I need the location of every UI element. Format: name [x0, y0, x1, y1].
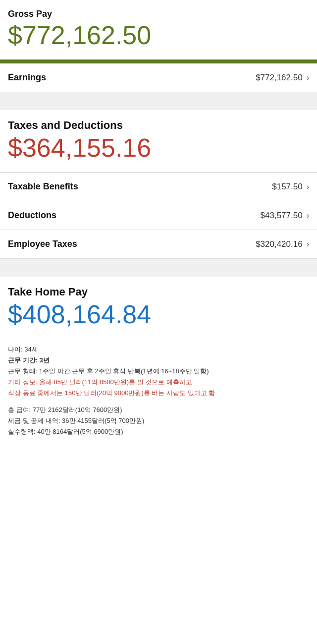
deductions-right: $43,577.50 › [261, 211, 309, 221]
earnings-label: Earnings [8, 72, 46, 83]
taxable-benefits-value: $157.50 [272, 182, 302, 192]
gross-pay-amount: $772,162.50 [8, 21, 309, 50]
gross-summary: 총 급여: 77만 2162달러(10억 7600만원) [8, 405, 309, 415]
deductions-value: $43,577.50 [261, 211, 303, 221]
work-type-note: 근무 형태: 1주일 야간 근무 후 2주일 휴식 반복(1년에 16~18주만… [8, 366, 309, 377]
earnings-chevron-icon: › [307, 73, 309, 82]
deductions-row[interactable]: Deductions $43,577.50 › [0, 201, 317, 230]
notes-section: 나이: 34세 근무 기간: 3년 근무 형태: 1주일 야간 근무 후 2주일… [0, 336, 317, 448]
net-summary: 실수령액: 40만 8164달러(5억 6900만원) [8, 426, 309, 437]
taxes-deductions-label: Taxes and Deductions [8, 119, 309, 132]
tax-summary: 세금 및 공제 내역: 36만 4155달러(5억 700만원) [8, 415, 309, 426]
gray-separator-1 [0, 92, 317, 101]
taxable-benefits-row[interactable]: Taxable Benefits $157.50 › [0, 173, 317, 201]
tenure-note: 근무 기간: 3년 [8, 355, 309, 366]
taxes-deductions-section: Taxes and Deductions $364,155.16 [0, 110, 317, 172]
gross-pay-label: Gross Pay [8, 9, 309, 19]
gray-separator-2b [0, 268, 317, 277]
earnings-row[interactable]: Earnings $772,162.50 › [0, 63, 317, 92]
taxable-benefits-label: Taxable Benefits [8, 181, 78, 192]
deductions-label: Deductions [8, 210, 56, 221]
earnings-value: $772,162.50 [256, 73, 303, 83]
gray-separator-2 [0, 259, 317, 268]
take-home-section: Take Home Pay $408,164.84 [0, 277, 317, 336]
employee-taxes-chevron-icon: › [307, 240, 309, 249]
earnings-right: $772,162.50 › [256, 73, 309, 83]
taxable-benefits-chevron-icon: › [307, 182, 309, 191]
taxes-deductions-amount: $364,155.16 [8, 134, 309, 162]
employee-taxes-value: $320,420.16 [256, 239, 303, 249]
colleague-info-note: 직장 동료 중에서는 150만 달러(20억 9000만원)를 버는 사람도 있… [8, 388, 309, 399]
employee-taxes-label: Employee Taxes [8, 239, 77, 249]
employee-taxes-row[interactable]: Employee Taxes $320,420.16 › [0, 230, 317, 259]
take-home-label: Take Home Pay [8, 286, 309, 298]
other-info-note: 기타 정보: 올해 85만 달러(11억 8500만원)를 벌 것으로 예측하고 [8, 377, 309, 388]
gray-separator-1b [0, 101, 317, 110]
taxable-benefits-right: $157.50 › [272, 182, 309, 192]
note-spacer [8, 399, 309, 405]
age-note: 나이: 34세 [8, 344, 309, 355]
green-progress-bar [0, 59, 317, 63]
take-home-amount: $408,164.84 [8, 300, 309, 329]
employee-taxes-right: $320,420.16 › [256, 239, 309, 249]
deductions-chevron-icon: › [307, 211, 309, 220]
gross-pay-section: Gross Pay $772,162.50 [0, 0, 317, 59]
